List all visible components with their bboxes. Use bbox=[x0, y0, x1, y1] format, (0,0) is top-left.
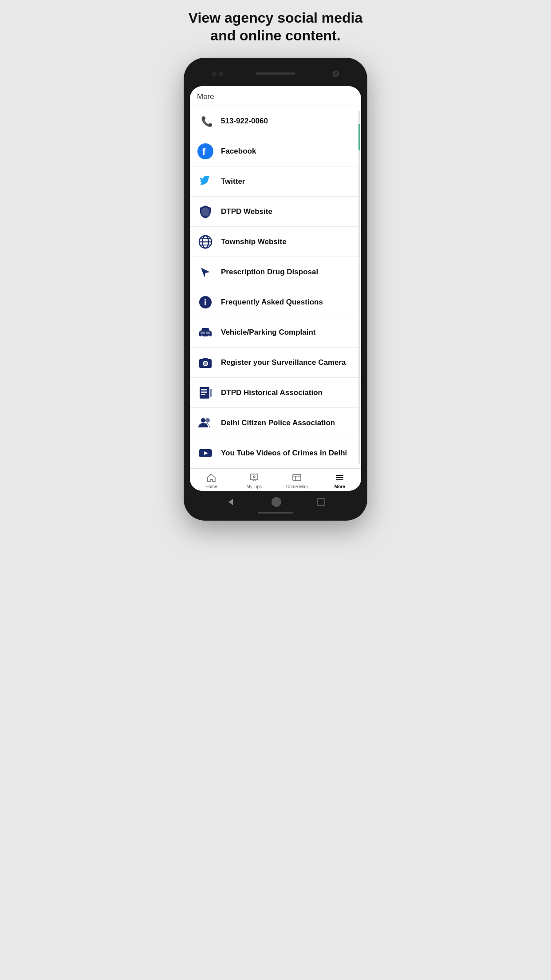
svg-point-32 bbox=[253, 476, 255, 478]
menu-label-facebook: Facebook bbox=[221, 147, 256, 156]
phone-shell: More 📞513-922-0060fFacebookTwitterDTPD W… bbox=[184, 58, 367, 521]
phone-screen: More 📞513-922-0060fFacebookTwitterDTPD W… bbox=[190, 86, 361, 491]
menu-item-facebook[interactable]: fFacebook bbox=[190, 136, 361, 166]
svg-marker-37 bbox=[228, 499, 233, 505]
menu-label-twitter: Twitter bbox=[221, 177, 245, 186]
menu-label-historical: DTPD Historical Association bbox=[221, 388, 323, 397]
nav-item-crime-map[interactable]: Crime Map bbox=[276, 472, 319, 489]
info-icon: i bbox=[197, 294, 214, 311]
svg-point-29 bbox=[205, 418, 210, 423]
svg-rect-26 bbox=[201, 392, 207, 393]
nav-icon-home bbox=[206, 472, 216, 483]
youtube-icon bbox=[197, 445, 214, 462]
menu-label-township-website: Township Website bbox=[221, 237, 287, 246]
menu-label-dtpd-website: DTPD Website bbox=[221, 207, 272, 216]
phone-bottom-bar bbox=[190, 491, 361, 510]
svg-point-28 bbox=[201, 418, 205, 423]
svg-rect-17 bbox=[206, 332, 210, 334]
nav-icon-crime-map bbox=[291, 472, 302, 483]
svg-marker-10 bbox=[201, 268, 210, 277]
indicator-bar bbox=[258, 512, 293, 514]
nav-label-more: More bbox=[335, 484, 345, 489]
svg-point-14 bbox=[201, 336, 203, 338]
home-button[interactable] bbox=[272, 497, 281, 507]
nav-item-my-tips[interactable]: My Tips bbox=[233, 472, 276, 489]
svg-text:f: f bbox=[202, 146, 206, 157]
newspaper-icon bbox=[197, 384, 214, 401]
nav-item-home[interactable]: Home bbox=[190, 472, 233, 489]
phone-camera-left2 bbox=[219, 71, 223, 76]
phone-camera-right bbox=[333, 71, 339, 77]
phone-speaker bbox=[256, 72, 295, 75]
page-wrapper: View agency social mediaand online conte… bbox=[138, 9, 413, 521]
menu-item-phone[interactable]: 📞513-922-0060 bbox=[190, 106, 361, 136]
users-icon bbox=[197, 415, 214, 431]
svg-rect-25 bbox=[201, 391, 207, 391]
menu-item-vehicle[interactable]: Vehicle/Parking Complaint bbox=[190, 317, 361, 348]
scrollbar bbox=[358, 111, 360, 464]
menu-item-prescription[interactable]: Prescription Drug Disposal bbox=[190, 257, 361, 287]
twitter-icon bbox=[197, 173, 214, 190]
menu-item-dtpd-website[interactable]: DTPD Website bbox=[190, 197, 361, 227]
svg-point-15 bbox=[208, 336, 210, 338]
facebook-icon: f bbox=[197, 143, 214, 160]
svg-rect-21 bbox=[203, 358, 208, 360]
svg-rect-23 bbox=[210, 389, 212, 397]
bottom-nav: HomeMy TipsCrime MapMore bbox=[190, 468, 361, 491]
nav-item-more[interactable]: More bbox=[319, 472, 362, 489]
menu-label-citizen-police: Delhi Citizen Police Association bbox=[221, 419, 335, 427]
screen-header: More bbox=[190, 86, 361, 106]
menu-item-citizen-police[interactable]: Delhi Citizen Police Association bbox=[190, 408, 361, 438]
phone-top-bar bbox=[190, 66, 361, 82]
phone-camera-left bbox=[212, 71, 216, 76]
svg-point-20 bbox=[204, 362, 207, 365]
phone-icon: 📞 bbox=[197, 113, 214, 130]
menu-item-historical[interactable]: DTPD Historical Association bbox=[190, 378, 361, 408]
menu-item-faq[interactable]: iFrequently Asked Questions bbox=[190, 287, 361, 317]
camera-icon bbox=[197, 354, 214, 371]
menu-list: 📞513-922-0060fFacebookTwitterDTPD Websit… bbox=[190, 106, 361, 468]
recent-button[interactable] bbox=[317, 498, 325, 506]
page-headline: View agency social mediaand online conte… bbox=[180, 9, 372, 44]
svg-rect-33 bbox=[293, 474, 301, 481]
globe-icon bbox=[197, 233, 214, 250]
shield-icon bbox=[197, 203, 214, 220]
nav-label-my-tips: My Tips bbox=[247, 484, 262, 489]
menu-item-youtube[interactable]: You Tube Videos of Crimes in Delhi bbox=[190, 438, 361, 468]
menu-item-twitter[interactable]: Twitter bbox=[190, 166, 361, 197]
menu-label-faq: Frequently Asked Questions bbox=[221, 298, 323, 307]
back-button[interactable] bbox=[226, 497, 236, 507]
svg-rect-24 bbox=[201, 389, 207, 390]
scrollbar-thumb bbox=[358, 124, 360, 150]
menu-item-camera[interactable]: Register your Surveillance Camera bbox=[190, 348, 361, 378]
svg-rect-16 bbox=[201, 332, 205, 334]
nav-icon-more bbox=[335, 472, 345, 483]
menu-label-phone: 513-922-0060 bbox=[221, 117, 268, 126]
nav-label-crime-map: Crime Map bbox=[286, 484, 308, 489]
menu-label-camera: Register your Surveillance Camera bbox=[221, 358, 346, 367]
screen-content: 📞513-922-0060fFacebookTwitterDTPD Websit… bbox=[190, 106, 361, 468]
svg-rect-27 bbox=[201, 394, 205, 395]
menu-item-township-website[interactable]: Township Website bbox=[190, 227, 361, 257]
phone-indicator bbox=[190, 510, 361, 514]
screen-title: More bbox=[197, 92, 214, 101]
nav-icon-my-tips bbox=[249, 472, 260, 483]
nav-label-home: Home bbox=[205, 484, 217, 489]
svg-text:📞: 📞 bbox=[201, 115, 212, 127]
location-arrow-icon bbox=[197, 264, 214, 281]
car-icon bbox=[197, 324, 214, 341]
menu-label-prescription: Prescription Drug Disposal bbox=[221, 268, 318, 277]
menu-label-youtube: You Tube Videos of Crimes in Delhi bbox=[221, 449, 347, 458]
menu-label-vehicle: Vehicle/Parking Complaint bbox=[221, 328, 316, 337]
svg-text:i: i bbox=[204, 298, 206, 307]
